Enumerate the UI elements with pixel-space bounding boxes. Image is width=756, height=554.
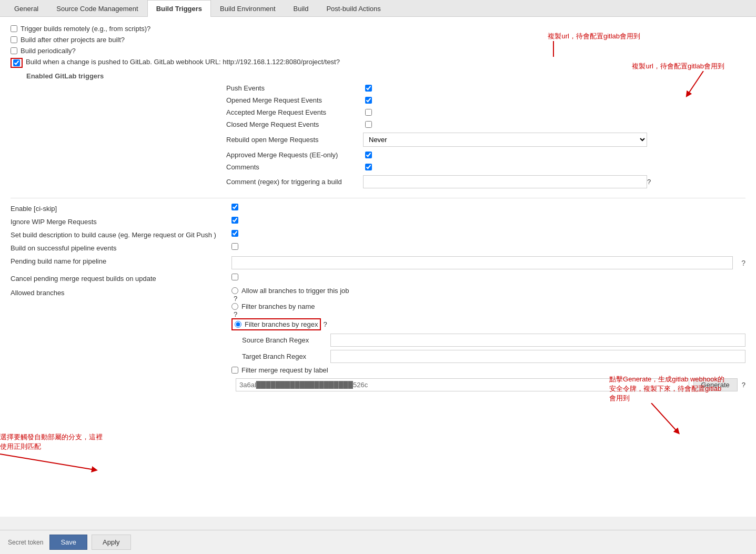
secret-token-row: Generate ? [11, 378, 745, 391]
comments-row: Comments [226, 163, 651, 171]
comment-regex-row: Comment (regex) for triggering a build J… [226, 175, 651, 188]
gitlab-webhook-help[interactable]: ? [336, 58, 340, 66]
enable-ci-skip-label: Enable [ci-skip] [11, 205, 57, 213]
source-branch-regex-label: Source Branch Regex [242, 336, 326, 344]
filter-by-regex-container: Filter branches by regex ? [231, 318, 745, 330]
ignore-wip-label: Ignore WIP Merge Requests [11, 218, 97, 226]
build-periodically-label: Build periodically [21, 47, 72, 55]
rebuild-open-label: Rebuild open Merge Requests [226, 136, 363, 144]
rebuild-open-select[interactable]: Never On push to source branch On push t… [363, 133, 647, 147]
filter-by-name-help[interactable]: ? [234, 310, 237, 318]
filter-by-name-radio[interactable] [231, 303, 238, 310]
build-on-pipeline-label: Build on successful pipeline events [11, 244, 117, 252]
allowed-branches-section: Allowed branches Allow all branches to t… [11, 287, 745, 374]
allowed-branches-label: Allowed branches [11, 287, 231, 297]
accepted-merge-checkbox[interactable] [365, 109, 372, 116]
push-events-row: Push Events [226, 84, 651, 92]
closed-merge-label: Closed Merge Request Events [226, 120, 363, 128]
tabs-bar: GeneralSource Code ManagementBuild Trigg… [0, 0, 756, 17]
tab-post-build[interactable]: Post-build Actions [317, 0, 389, 17]
source-branch-regex-input[interactable] [330, 334, 745, 347]
gitlab-events-grid: Push Events Opened Merge Request Events … [26, 84, 745, 193]
build-on-pipeline-row: Build on successful pipeline events [11, 243, 745, 252]
main-content: Trigger builds remotely (e.g., from scri… [11, 25, 745, 434]
target-branch-regex-row: Target Branch Regex .*develop [242, 350, 745, 363]
set-build-desc-row: Set build description to build cause (eg… [11, 230, 745, 239]
ignore-wip-checkbox[interactable] [231, 217, 238, 224]
branch-annotation: 選擇要觸發自動部屬的分支，這裡使用正則匹配 [0, 432, 105, 472]
filter-by-regex-help[interactable]: ? [323, 320, 327, 328]
trigger-remotely-help[interactable]: ? [147, 25, 150, 33]
ignore-wip-row: Ignore WIP Merge Requests [11, 217, 745, 226]
divider-1 [11, 198, 745, 198]
build-after-label: Build after other projects are built [21, 36, 121, 44]
filter-merge-label: Filter merge request by label [241, 366, 328, 374]
gitlab-triggers-section: Enabled GitLab triggers Push Events Open… [26, 72, 745, 193]
build-periodically-checkbox[interactable] [11, 47, 17, 54]
filter-by-regex-label: Filter branches by regex [245, 320, 318, 328]
branch-annotation-text: 選擇要觸發自動部屬的分支，這裡使用正則匹配 [0, 433, 103, 450]
trigger-remotely-checkbox[interactable] [11, 25, 17, 32]
allow-all-branches-row: Allow all branches to trigger this job [231, 287, 745, 295]
filter-by-regex-row: Filter branches by regex [231, 318, 321, 330]
opened-merge-row: Opened Merge Request Events [226, 96, 651, 104]
secret-token-input[interactable] [236, 378, 689, 391]
build-periodically-help[interactable]: ? [72, 47, 76, 55]
tab-source-code[interactable]: Source Code Management [47, 0, 147, 17]
approved-merge-checkbox[interactable] [365, 152, 372, 158]
target-branch-regex-label: Target Branch Regex [242, 352, 326, 360]
events-grid-left [26, 84, 226, 193]
filter-by-regex-radio[interactable] [235, 321, 241, 328]
gitlab-webhook-checkbox[interactable] [13, 59, 20, 66]
cancel-pending-checkbox[interactable] [231, 274, 238, 280]
ignore-wip-label-col: Ignore WIP Merge Requests [11, 217, 231, 226]
build-after-help[interactable]: ? [121, 36, 125, 44]
filter-by-name-label: Filter branches by name [241, 303, 315, 310]
secret-token-help[interactable]: ? [742, 381, 745, 389]
comment-regex-input[interactable]: Jenkins please retry a build [363, 175, 647, 188]
pending-build-input[interactable] [231, 256, 733, 269]
comment-regex-help[interactable]: ? [647, 178, 651, 186]
cancel-pending-label-col: Cancel pending merge request builds on u… [11, 274, 231, 283]
gitlab-webhook-row: Build when a change is pushed to GitLab.… [11, 58, 745, 68]
allow-all-help[interactable]: ? [234, 295, 237, 303]
enable-ci-skip-checkbox[interactable] [231, 204, 238, 210]
set-build-desc-checkbox[interactable] [231, 230, 238, 237]
opened-merge-label: Opened Merge Request Events [226, 96, 363, 104]
tab-general[interactable]: General [5, 0, 47, 17]
approved-merge-label: Approved Merge Requests (EE-only) [226, 151, 363, 159]
tab-build-environment[interactable]: Build Environment [211, 0, 285, 17]
accepted-merge-row: Accepted Merge Request Events [226, 108, 651, 116]
target-branch-regex-input[interactable]: .*develop [330, 350, 745, 363]
comment-regex-label: Comment (regex) for triggering a build [226, 178, 363, 186]
build-periodically-row: Build periodically ? [11, 47, 745, 55]
generate-button[interactable]: Generate [693, 378, 738, 391]
pending-build-label: Pending build name for pipeline [11, 257, 106, 265]
build-on-pipeline-checkbox[interactable] [231, 243, 238, 250]
trigger-remotely-row: Trigger builds remotely (e.g., from scri… [11, 25, 745, 33]
cancel-pending-label: Cancel pending merge request builds on u… [11, 275, 156, 283]
pending-build-help[interactable]: ? [741, 259, 745, 267]
rebuild-open-row: Rebuild open Merge Requests Never On pus… [226, 133, 651, 147]
allow-all-radio[interactable] [231, 287, 238, 294]
accepted-merge-label: Accepted Merge Request Events [226, 108, 363, 116]
push-events-label: Push Events [226, 84, 363, 92]
filter-merge-row: Filter merge request by label [231, 366, 745, 374]
comments-checkbox[interactable] [365, 164, 372, 170]
tab-build-triggers[interactable]: Build Triggers [147, 0, 211, 17]
filter-by-name-row: Filter branches by name [231, 303, 745, 310]
closed-merge-checkbox[interactable] [365, 121, 372, 128]
enabled-triggers-header: Enabled GitLab triggers [26, 72, 745, 80]
tab-build[interactable]: Build [285, 0, 318, 17]
gitlab-webhook-checkbox-wrap [11, 58, 23, 68]
trigger-remotely-label: Trigger builds remotely (e.g., from scri… [21, 25, 147, 33]
opened-merge-checkbox[interactable] [365, 97, 372, 104]
comments-label: Comments [226, 163, 363, 171]
build-after-checkbox[interactable] [11, 36, 17, 43]
pending-build-label-col: Pending build name for pipeline [11, 256, 231, 265]
closed-merge-row: Closed Merge Request Events [226, 120, 651, 128]
push-events-checkbox[interactable] [365, 85, 372, 92]
filter-merge-checkbox[interactable] [231, 367, 238, 374]
svg-line-2 [0, 454, 95, 470]
approved-merge-row: Approved Merge Requests (EE-only) [226, 151, 651, 159]
